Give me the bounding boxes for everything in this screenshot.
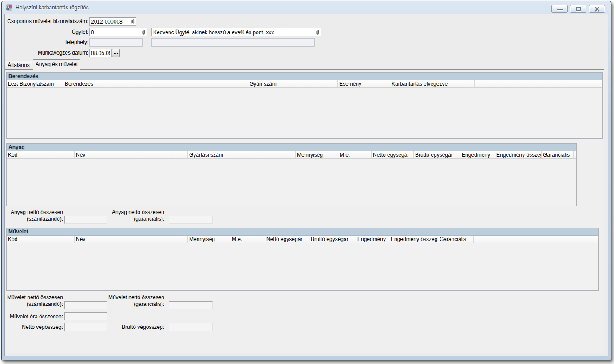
minimize-icon (557, 9, 563, 10)
muvelet-warranty-label-line2: (garanciális): (76, 301, 164, 308)
col-filler (574, 151, 576, 158)
paperclip-icon[interactable] (131, 19, 135, 25)
work-date-input[interactable] (90, 50, 111, 56)
date-picker-button[interactable]: … (112, 49, 120, 57)
customer-name-field (151, 28, 321, 36)
col-brutto-egysegar[interactable]: Bruttó egységár (309, 236, 356, 243)
col-berendezes[interactable]: Berendezés (63, 80, 248, 87)
tab-page-anyag-es-muvelet: Berendezés Lezárt Bizonylatszám Berendez… (5, 69, 604, 353)
anyag-grid-header: Kód Név Gyártási szám Mennyiség M.e. Net… (7, 151, 576, 159)
col-mennyiseg[interactable]: Mennyiség (296, 151, 338, 158)
col-karbantartas-elvegezve[interactable]: Karbantartás elvégezve (390, 80, 475, 87)
muvelet-group: Művelet Kód Név Mennyiség M.e. Nettó egy… (6, 228, 599, 291)
col-filler (474, 236, 598, 243)
anyag-billable-label-line2: (számlázandó): (5, 216, 63, 222)
group-doc-number-input[interactable] (90, 18, 131, 25)
berendezes-grid-header: Lezárt Bizonylatszám Berendezés Gyári sz… (7, 80, 602, 88)
muvelet-grid-body[interactable] (7, 243, 598, 290)
tab-anyag-es-muvelet[interactable]: Anyag és művelet (33, 59, 80, 70)
net-total-label: Nettó végösszeg: (5, 324, 63, 331)
col-me[interactable]: M.e. (338, 151, 372, 158)
col-engedmeny[interactable]: Engedmény (460, 151, 495, 158)
anyag-warranty-label-line1: Anyag nettó összesen (76, 209, 164, 216)
maximize-icon (576, 7, 581, 11)
anyag-group-title: Anyag (7, 144, 576, 151)
col-engedmeny[interactable]: Engedmény (356, 236, 389, 243)
col-gyari-szam[interactable]: Gyári szám (248, 80, 338, 87)
dialog-window: Helyszíni karbantartás rögzítés Csoporto… (1, 1, 611, 360)
col-bizonylatszam[interactable]: Bizonylatszám (18, 80, 63, 87)
col-garancialis[interactable]: Garanciális (438, 236, 474, 243)
col-brutto-egysegar[interactable]: Bruttó egységár (414, 151, 460, 158)
col-kod[interactable]: Kód (7, 236, 75, 243)
muvelet-billable-label-line1: Művelet nettó összesen (5, 294, 63, 301)
anyag-group: Anyag Kód Név Gyártási szám Mennyiség M.… (6, 143, 577, 206)
group-doc-number-field (89, 17, 136, 26)
col-filler (475, 80, 602, 87)
anyag-billable-label: Anyag nettó összesen (számlázandó): (5, 209, 63, 222)
berendezes-group: Berendezés Lezárt Bizonylatszám Berendez… (6, 72, 603, 139)
col-nev[interactable]: Név (75, 236, 188, 243)
paperclip-icon[interactable] (141, 29, 146, 36)
work-date-label: Munkavégzés dátum: (5, 49, 88, 57)
muvelet-billable-label: Művelet nettó összesen (számlázandó): (5, 294, 63, 308)
muvelet-billable-label-line2: (számlázandó): (5, 301, 63, 308)
minimize-button[interactable] (551, 5, 568, 13)
site-label: Telephely: (5, 38, 88, 47)
customer-name-input[interactable] (152, 29, 315, 36)
berendezes-group-title: Berendezés (7, 73, 602, 80)
col-netto-egysegar[interactable]: Nettó egységár (372, 151, 414, 158)
muvelet-hours-input[interactable] (64, 312, 107, 320)
work-date-field (89, 49, 112, 57)
tab-altalanos[interactable]: Általános (5, 61, 32, 70)
close-button[interactable] (589, 5, 605, 13)
gross-total-label: Bruttó végösszeg: (76, 324, 164, 331)
titlebar: Helyszíni karbantartás rögzítés (2, 1, 611, 14)
col-engedmeny-osszeg[interactable]: Engedmény összeg (495, 151, 542, 158)
gross-total-input[interactable] (169, 323, 213, 331)
col-netto-egysegar[interactable]: Nettó egységár (265, 236, 309, 243)
muvelet-hours-label: Művelet óra összesen: (5, 313, 63, 320)
col-gyartasi-szam[interactable]: Gyártási szám (188, 151, 296, 158)
muvelet-group-title: Művelet (7, 228, 598, 236)
site-code-input[interactable] (90, 39, 142, 46)
anyag-billable-label-line1: Anyag nettó összesen (5, 209, 63, 216)
col-kod[interactable]: Kód (7, 151, 75, 158)
customer-code-input[interactable] (90, 29, 141, 36)
site-name-input[interactable] (152, 39, 314, 46)
col-garancialis[interactable]: Garanciális (542, 151, 574, 158)
client-area: Csoportos művelet bizonylatszám: Ügyfél:… (4, 14, 608, 356)
muvelet-grid-header: Kód Név Mennyiség M.e. Nettó egységár Br… (7, 236, 598, 243)
customer-label: Ügyfél: (5, 28, 88, 36)
window-title: Helyszíni karbantartás rögzítés (16, 4, 89, 11)
group-doc-number-label: Csoportos művelet bizonylatszám: (5, 17, 88, 26)
col-lezart[interactable]: Lezárt (7, 80, 18, 87)
muvelet-warranty-label-line1: Művelet nettó összesen (76, 294, 164, 301)
anyag-warranty-label-line2: (garanciális): (76, 216, 164, 222)
muvelet-warranty-label: Művelet nettó összesen (garanciális): (76, 294, 164, 308)
anyag-warranty-label: Anyag nettó összesen (garanciális): (76, 209, 164, 222)
site-name-field (151, 38, 315, 47)
anyag-grid-body[interactable] (7, 159, 576, 206)
app-icon (6, 4, 13, 11)
paperclip-icon[interactable] (315, 29, 320, 36)
muvelet-warranty-input[interactable] (169, 301, 213, 309)
customer-code-field (89, 28, 147, 36)
maximize-button[interactable] (570, 5, 586, 13)
col-esemeny[interactable]: Esemény (338, 80, 390, 87)
site-code-field (89, 38, 143, 47)
col-mennyiseg[interactable]: Mennyiség (188, 236, 230, 243)
col-nev[interactable]: Név (75, 151, 188, 158)
berendezes-grid-body[interactable] (7, 88, 602, 138)
window-controls (551, 5, 605, 13)
col-me[interactable]: M.e. (230, 236, 265, 243)
col-engedmeny-osszeg[interactable]: Engedmény összeg (389, 236, 438, 243)
anyag-warranty-input[interactable] (169, 216, 213, 224)
